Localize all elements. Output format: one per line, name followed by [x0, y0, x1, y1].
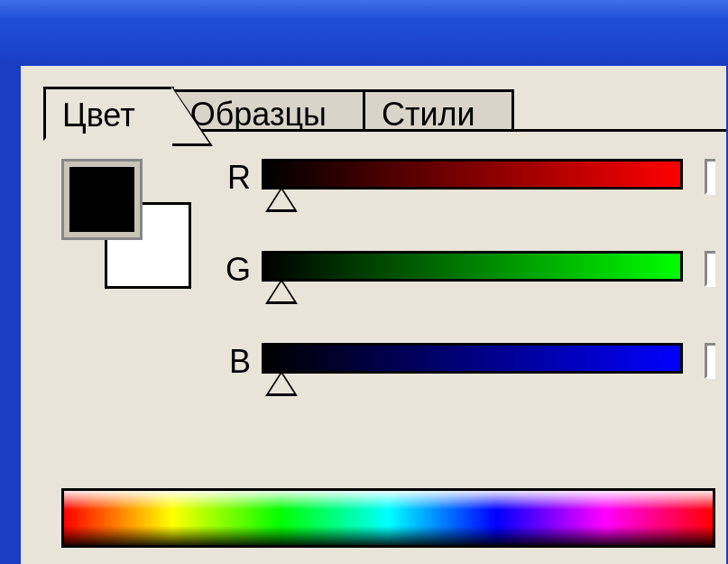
slider-row-r: R	[213, 159, 715, 222]
window-titlebar	[0, 0, 728, 63]
rgb-sliders: R G B	[213, 159, 715, 435]
value-input-g[interactable]	[705, 251, 715, 287]
foreground-background-swatches	[61, 159, 188, 285]
slider-handle-g[interactable]	[269, 282, 294, 301]
slider-label-b: B	[213, 343, 262, 381]
slider-track-g[interactable]	[262, 251, 683, 282]
slider-label-r: R	[213, 159, 262, 197]
value-input-r[interactable]	[705, 159, 715, 195]
slider-gradient-r	[262, 159, 683, 190]
slider-handle-b[interactable]	[269, 374, 294, 393]
tab-label: Цвет	[62, 97, 135, 134]
slider-handle-r[interactable]	[269, 190, 294, 209]
tab-color[interactable]: Цвет	[43, 87, 174, 141]
foreground-color-swatch[interactable]	[61, 159, 143, 240]
color-panel-body: R G B	[43, 129, 726, 564]
tab-label: Стили	[382, 96, 475, 133]
color-spectrum-ramp[interactable]	[61, 488, 715, 548]
slider-gradient-b	[262, 343, 683, 374]
slider-row-b: B	[213, 343, 715, 406]
slider-track-r[interactable]	[262, 159, 683, 190]
value-input-b[interactable]	[705, 343, 715, 379]
slider-track-b[interactable]	[262, 343, 683, 374]
foreground-color-fill	[69, 167, 134, 232]
slider-label-g: G	[213, 251, 262, 289]
slider-row-g: G	[213, 251, 715, 314]
slider-gradient-g	[262, 251, 683, 282]
color-panel-window: Цвет Образцы Стили R	[18, 63, 726, 564]
